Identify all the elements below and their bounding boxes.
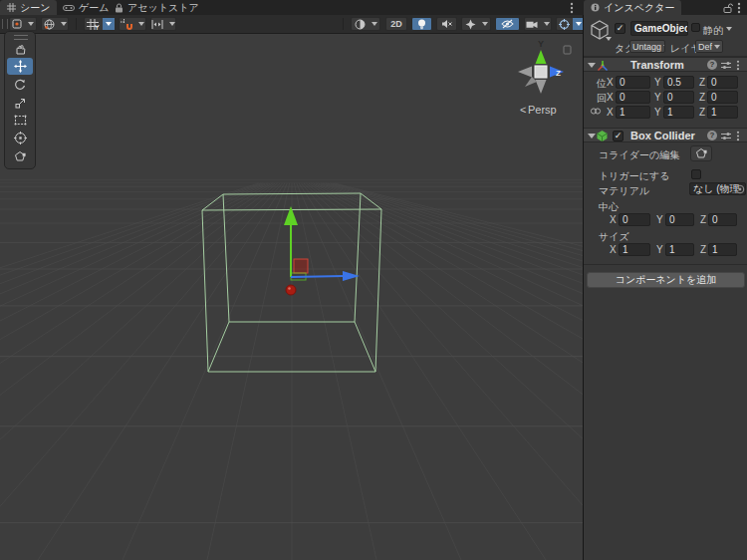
scale-link-icon[interactable] [590, 107, 602, 116]
scale-z-field[interactable]: 1 [707, 106, 738, 119]
static-chevron-icon[interactable] [726, 27, 732, 31]
scene-camera-button[interactable] [524, 17, 552, 31]
scene-viewport[interactable]: Y Z < Persp [0, 34, 583, 560]
hand-icon [14, 43, 26, 55]
view-orientation-gizmo[interactable]: Y Z < Persp [518, 39, 571, 116]
chevron-down-icon [369, 18, 380, 30]
orientation-cube[interactable] [535, 66, 547, 78]
scene-visibility-button[interactable] [495, 17, 520, 31]
material-value: なし (物理 [693, 182, 740, 195]
box-collider-header[interactable]: ✓ Box Collider ? [584, 128, 747, 142]
scene-menu-kebab-icon[interactable] [570, 2, 574, 14]
grid-snapping-button[interactable] [119, 17, 146, 31]
gizmo-axis-x-ball[interactable] [286, 285, 296, 295]
object-picker-icon[interactable] [735, 184, 745, 194]
static-checkbox[interactable] [691, 23, 700, 32]
axis-z-label: Z [700, 214, 706, 225]
gameobject-active-checkbox[interactable]: ✓ [615, 23, 625, 34]
size-z-field[interactable]: 1 [708, 243, 737, 256]
rotation-label: 回 [597, 92, 607, 106]
orientation-cone-y[interactable] [536, 50, 547, 64]
size-x-field[interactable]: 1 [619, 243, 650, 256]
move-gizmo[interactable] [284, 206, 360, 295]
rotation-y-field[interactable]: 0 [663, 91, 694, 104]
tab-inspector[interactable]: インスペクター [584, 0, 681, 15]
gameobject-icon-chevron-icon[interactable] [606, 37, 612, 41]
transform-header[interactable]: Transform ? [584, 57, 747, 72]
inspector-menu-kebab-icon[interactable] [737, 2, 741, 14]
tool-handle-position-button[interactable] [9, 17, 37, 31]
material-label: マテリアル [599, 184, 649, 198]
edit-collider-button[interactable] [690, 145, 712, 161]
rotation-x-field[interactable]: 0 [616, 91, 650, 104]
presets-icon[interactable] [721, 61, 732, 70]
snap-increment-button[interactable] [150, 17, 176, 31]
center-x-field[interactable]: 0 [619, 213, 650, 226]
chevron-down-icon [135, 18, 147, 30]
rotation-z-field[interactable]: 0 [707, 91, 738, 104]
help-icon[interactable]: ? [707, 131, 717, 140]
gizmo-target-icon [556, 18, 573, 30]
scale-tool-button[interactable] [7, 94, 33, 111]
foldout-icon[interactable] [588, 134, 596, 139]
tag-dropdown[interactable]: Untagg [629, 40, 665, 53]
transform-tool-button[interactable] [7, 130, 33, 146]
orientation-label-y: Y [538, 39, 544, 49]
is-trigger-checkbox[interactable] [691, 169, 701, 179]
persp-arrow[interactable]: < [520, 104, 526, 116]
center-z-field[interactable]: 0 [708, 213, 737, 226]
custom-tool-button[interactable] [7, 147, 33, 164]
gameobject-name-field[interactable]: GameObject [630, 21, 688, 36]
tool-handle-rotation-button[interactable] [41, 17, 69, 31]
center-y-field[interactable]: 0 [665, 213, 694, 226]
toolbar-grip[interactable] [2, 19, 8, 29]
persp-label[interactable]: Persp [528, 104, 557, 116]
scale-x-field[interactable]: 1 [616, 106, 650, 119]
scale-y-field[interactable]: 1 [663, 106, 694, 119]
position-z-field[interactable]: 0 [707, 76, 738, 89]
size-label: サイズ [599, 230, 629, 244]
snap-magnet-icon [118, 18, 135, 30]
tab-asset-store[interactable]: アセットストア [108, 0, 206, 15]
scene-canvas: Y Z < Persp [0, 34, 583, 560]
box-collider-enabled-checkbox[interactable]: ✓ [613, 131, 623, 141]
gizmo-ball-highlight [288, 287, 291, 290]
gizmos-button[interactable] [556, 17, 584, 31]
scale-icon [14, 97, 26, 109]
scene-effects-button[interactable] [461, 17, 491, 31]
light-bulb-icon [417, 19, 426, 30]
help-icon[interactable]: ? [707, 60, 717, 70]
axis-y-label: Y [654, 107, 661, 118]
axis-z-label: Z [699, 77, 705, 88]
position-x-field[interactable]: 0 [616, 76, 650, 89]
gizmo-axis-z[interactable] [291, 276, 344, 277]
move-tool-button[interactable] [7, 58, 33, 75]
layer-dropdown[interactable]: Def [695, 40, 723, 53]
hand-tool-button[interactable] [7, 40, 33, 57]
gizmo-lock-icon[interactable] [564, 46, 571, 54]
is-trigger-label: トリガーにする [599, 169, 669, 183]
scene-toolbar: Y 2D [0, 15, 583, 34]
position-y-field[interactable]: 0.5 [663, 76, 694, 89]
foldout-icon[interactable] [588, 63, 596, 68]
rect-tool-button[interactable] [7, 112, 33, 129]
scene-audio-button[interactable] [436, 17, 457, 31]
transform-icon [597, 60, 609, 72]
center-label: 中心 [599, 200, 619, 214]
tab-scene[interactable]: シーン [0, 0, 57, 15]
unlock-icon[interactable] [723, 3, 733, 13]
component-menu-kebab-icon[interactable] [736, 131, 740, 141]
gizmo-plane-handle-xy[interactable] [294, 259, 308, 273]
orientation-cone-down[interactable] [536, 80, 547, 94]
rotate-tool-button[interactable] [7, 76, 33, 93]
grid-visibility-button[interactable]: Y [84, 17, 115, 31]
toggle-2d-button[interactable]: 2D [385, 17, 407, 31]
component-menu-kebab-icon[interactable] [736, 60, 740, 71]
scene-lighting-button[interactable] [411, 17, 432, 31]
size-y-field[interactable]: 1 [665, 243, 694, 256]
add-component-button[interactable]: コンポーネントを追加 [587, 272, 745, 288]
presets-icon[interactable] [721, 132, 732, 140]
orientation-cone-left[interactable] [518, 67, 532, 78]
chevron-down-icon [166, 18, 178, 30]
draw-mode-button[interactable] [351, 17, 380, 31]
